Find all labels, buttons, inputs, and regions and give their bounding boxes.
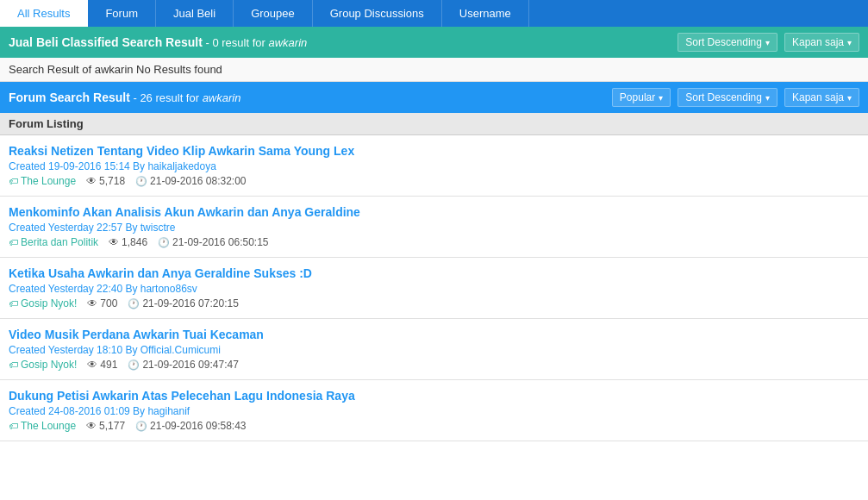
no-results-text: Search Result of awkarin No Results foun… <box>0 58 868 82</box>
forum-keyword: awkarin <box>203 91 241 104</box>
post-created: Created Yesterday 22:57 By twisctre <box>9 222 859 234</box>
post-tag: 🏷 The Lounge <box>9 175 76 187</box>
post-tag: 🏷 Gosip Nyok! <box>9 297 77 309</box>
post-created: Created 19-09-2016 15:14 By haikaljakedo… <box>9 160 859 172</box>
tab-forum[interactable]: Forum <box>88 0 156 27</box>
tag-label: The Lounge <box>21 175 76 187</box>
post-meta: 🏷 Gosip Nyok! 👁 491 🕐 21-09-2016 09:47:4… <box>9 359 859 371</box>
tag-icon: 🏷 <box>9 237 18 247</box>
forum-post-item: Video Musik Perdana Awkarin Tuai Kecaman… <box>0 319 868 380</box>
tag-icon: 🏷 <box>9 176 18 186</box>
views-count: 5,177 <box>99 420 125 432</box>
clock-time: 21-09-2016 07:20:15 <box>142 297 238 309</box>
popular-chevron-icon: ▾ <box>659 93 663 103</box>
jual-beli-sort-btn[interactable]: Sort Descending ▾ <box>678 33 777 52</box>
eye-icon: 👁 <box>87 359 97 371</box>
clock-time: 21-09-2016 06:50:15 <box>172 236 268 248</box>
jual-beli-controls: Sort Descending ▾ Kapan saja ▾ <box>678 33 859 52</box>
post-clock: 🕐 21-09-2016 09:47:47 <box>128 359 238 371</box>
tag-label: Gosip Nyok! <box>21 297 77 309</box>
post-clock: 🕐 21-09-2016 08:32:00 <box>135 175 246 187</box>
forum-sort-chevron-icon: ▾ <box>765 93 770 103</box>
post-views: 👁 491 <box>87 359 117 371</box>
eye-icon: 👁 <box>87 297 97 309</box>
post-created: Created Yesterday 18:10 By Official.Cumi… <box>9 344 859 356</box>
forum-title-area: Forum Search Result - 26 result for awka… <box>9 91 240 104</box>
post-title-link[interactable]: Reaksi Netizen Tentang Video Klip Awkari… <box>9 144 859 158</box>
clock-time: 21-09-2016 08:32:00 <box>150 175 246 187</box>
tab-all-results[interactable]: All Results <box>0 0 88 27</box>
post-title-link[interactable]: Dukung Petisi Awkarin Atas Pelecehan Lag… <box>9 389 859 403</box>
jual-beli-keyword: awkarin <box>268 36 307 49</box>
clock-icon: 🕐 <box>158 237 170 248</box>
forum-posts-list: Reaksi Netizen Tentang Video Klip Awkari… <box>0 135 868 441</box>
eye-icon: 👁 <box>109 236 119 248</box>
kapan-chevron-icon: ▾ <box>847 38 852 47</box>
clock-time: 21-09-2016 09:58:43 <box>150 420 246 432</box>
post-title-link[interactable]: Menkominfo Akan Analisis Akun Awkarin da… <box>9 205 859 219</box>
views-count: 5,718 <box>99 175 125 187</box>
post-created: Created Yesterday 22:40 By hartono86sv <box>9 283 859 295</box>
eye-icon: 👁 <box>86 175 97 187</box>
clock-time: 21-09-2016 09:47:47 <box>142 359 238 371</box>
views-count: 700 <box>100 297 117 309</box>
tag-icon: 🏷 <box>9 421 18 431</box>
post-meta: 🏷 The Lounge 👁 5,718 🕐 21-09-2016 08:32:… <box>9 175 859 187</box>
tab-group-discussions[interactable]: Group Discussions <box>313 0 442 27</box>
forum-bar: Forum Search Result - 26 result for awka… <box>0 82 868 113</box>
jual-beli-title: Jual Beli Classified Search Result - 0 r… <box>9 35 307 49</box>
forum-kapan-btn[interactable]: Kapan saja ▾ <box>784 88 859 107</box>
eye-icon: 👁 <box>86 420 97 432</box>
post-meta: 🏷 Gosip Nyok! 👁 700 🕐 21-09-2016 07:20:1… <box>9 297 859 309</box>
post-meta: 🏷 The Lounge 👁 5,177 🕐 21-09-2016 09:58:… <box>9 420 859 432</box>
tag-icon: 🏷 <box>9 359 18 370</box>
post-views: 👁 5,177 <box>86 420 125 432</box>
forum-post-item: Ketika Usaha Awkarin dan Anya Geraldine … <box>0 258 868 319</box>
post-title-link[interactable]: Ketika Usaha Awkarin dan Anya Geraldine … <box>9 266 859 280</box>
clock-icon: 🕐 <box>128 298 140 309</box>
forum-post-item: Dukung Petisi Awkarin Atas Pelecehan Lag… <box>0 380 868 441</box>
views-count: 1,846 <box>122 236 147 248</box>
post-tag: 🏷 Berita dan Politik <box>9 236 98 248</box>
post-clock: 🕐 21-09-2016 07:20:15 <box>128 297 238 309</box>
jual-beli-subtitle: - 0 result for <box>203 36 269 49</box>
forum-popular-btn[interactable]: Popular ▾ <box>612 88 671 107</box>
jual-beli-title-text: Jual Beli Classified Search Result <box>9 35 203 49</box>
forum-sort-btn[interactable]: Sort Descending ▾ <box>678 88 777 107</box>
forum-post-item: Reaksi Netizen Tentang Video Klip Awkari… <box>0 135 868 197</box>
tag-label: Gosip Nyok! <box>21 359 77 371</box>
post-tag: 🏷 Gosip Nyok! <box>9 359 77 371</box>
tag-icon: 🏷 <box>9 298 18 309</box>
forum-subtitle: - 26 result for <box>130 91 203 104</box>
tab-groupee[interactable]: Groupee <box>234 0 313 27</box>
post-meta: 🏷 Berita dan Politik 👁 1,846 🕐 21-09-201… <box>9 236 859 248</box>
post-clock: 🕐 21-09-2016 06:50:15 <box>158 236 268 248</box>
forum-title-text: Forum Search Result <box>9 91 130 104</box>
post-clock: 🕐 21-09-2016 09:58:43 <box>135 420 246 432</box>
tab-username[interactable]: Username <box>442 0 529 27</box>
tag-label: Berita dan Politik <box>21 236 98 248</box>
post-views: 👁 700 <box>87 297 117 309</box>
forum-kapan-chevron-icon: ▾ <box>847 93 852 103</box>
tag-label: The Lounge <box>21 420 76 432</box>
post-title-link[interactable]: Video Musik Perdana Awkarin Tuai Kecaman <box>9 328 859 341</box>
jual-beli-bar: Jual Beli Classified Search Result - 0 r… <box>0 27 868 58</box>
forum-listing-label: Forum Listing <box>0 113 868 135</box>
views-count: 491 <box>100 359 117 371</box>
sort-chevron-icon: ▾ <box>765 38 770 47</box>
post-created: Created 24-08-2016 01:09 By hagihanif <box>9 405 859 417</box>
forum-post-item: Menkominfo Akan Analisis Akun Awkarin da… <box>0 197 868 258</box>
post-views: 👁 1,846 <box>109 236 147 248</box>
clock-icon: 🕐 <box>135 176 147 187</box>
forum-controls: Popular ▾ Sort Descending ▾ Kapan saja ▾ <box>612 88 859 107</box>
clock-icon: 🕐 <box>135 421 147 432</box>
tab-jual-beli[interactable]: Jual Beli <box>156 0 234 27</box>
post-views: 👁 5,718 <box>86 175 125 187</box>
tabs-bar: All Results Forum Jual Beli Groupee Grou… <box>0 0 868 27</box>
clock-icon: 🕐 <box>128 359 140 371</box>
jual-beli-kapan-btn[interactable]: Kapan saja ▾ <box>784 33 859 52</box>
post-tag: 🏷 The Lounge <box>9 420 76 432</box>
